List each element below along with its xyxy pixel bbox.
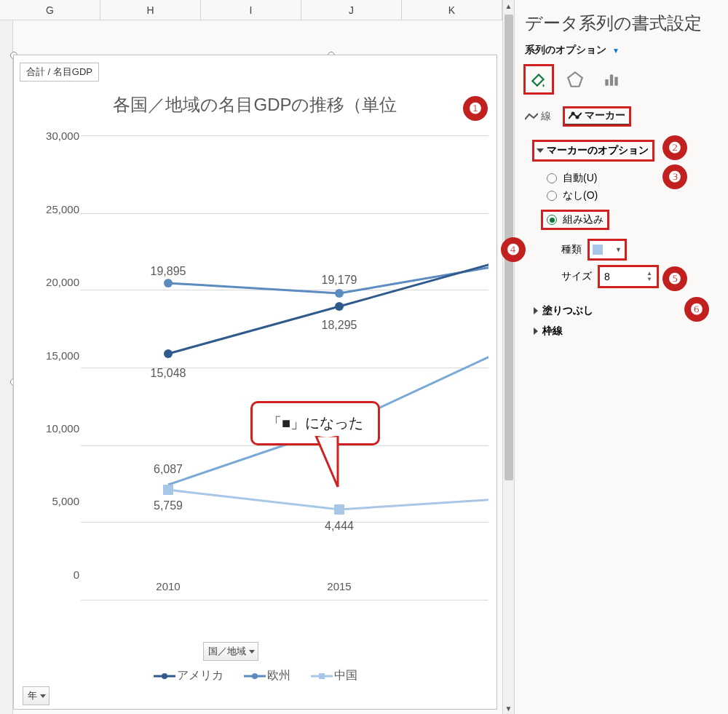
caret-down-icon: [537, 148, 544, 153]
marker-us-2010: [164, 349, 173, 358]
year-filter-button[interactable]: 年: [23, 686, 50, 705]
vertical-scrollbar[interactable]: ▲ ▼: [502, 0, 514, 714]
tab-marker-label: マーカー: [585, 109, 625, 122]
x-tick-label: 2010: [156, 580, 180, 592]
annotation-badge-5: ❺: [662, 266, 687, 291]
annotation-badge-6: ❻: [684, 297, 709, 322]
marker-size-label: サイズ: [561, 270, 592, 283]
chevron-down-icon: ▼: [612, 47, 620, 55]
data-label: 18,295: [322, 319, 357, 332]
data-label: 19,895: [151, 265, 186, 278]
effects-icon[interactable]: [561, 66, 589, 93]
marker-us-2015: [335, 302, 344, 311]
y-tick-label: 25,000: [23, 202, 79, 215]
chevron-down-icon: ▼: [615, 246, 622, 253]
section-marker-options-label: マーカーのオプション: [547, 144, 649, 157]
y-axis: 0 5,000 10,000 15,000 20,000 25,000 30,0…: [23, 135, 81, 574]
marker-size-input[interactable]: 8 ▲▼: [599, 266, 657, 287]
scroll-down-arrow[interactable]: ▼: [503, 702, 514, 714]
data-label: 4,444: [325, 520, 354, 533]
legend-filter-button[interactable]: 国／地域: [203, 642, 258, 661]
y-tick-label: 0: [23, 568, 79, 581]
svg-rect-5: [319, 673, 325, 679]
series-options-icon[interactable]: [598, 66, 625, 93]
section-marker-options[interactable]: マーカーのオプション: [534, 141, 653, 160]
col-header[interactable]: G: [0, 0, 100, 20]
tab-line-label: 線: [541, 110, 551, 123]
panel-subtitle-text: 系列のオプション: [525, 44, 606, 55]
y-tick-label: 30,000: [23, 130, 79, 142]
chart-legend[interactable]: アメリカ 欧州 中国: [14, 668, 496, 683]
radio-builtin[interactable]: 組み込み: [542, 211, 608, 229]
col-header[interactable]: I: [201, 0, 301, 20]
spreadsheet-area: G H I J K 合計 / 名目GDP 各国／地域の名目GDPの推移（単位 0…: [0, 0, 502, 714]
annotation-badge-3: ❸: [662, 164, 687, 189]
annotation-badge-1: ❶: [463, 96, 488, 121]
tab-marker[interactable]: マーカー: [564, 108, 630, 125]
data-label: 6,087: [154, 463, 183, 476]
legend-label: アメリカ: [177, 668, 223, 683]
scroll-up-arrow[interactable]: ▲: [503, 0, 514, 12]
panel-title: データ系列の書式設定: [525, 12, 718, 35]
axis-title-label: 合計 / 名目GDP: [20, 63, 99, 82]
plot-area[interactable]: 0 5,000 10,000 15,000 20,000 25,000 30,0…: [23, 135, 488, 600]
radio-auto[interactable]: 自動(U): [547, 172, 718, 185]
legend-label: 欧州: [267, 668, 290, 683]
chart[interactable]: 合計 / 名目GDP 各国／地域の名目GDPの推移（単位 0 5,000 10,…: [13, 55, 497, 710]
panel-subtitle[interactable]: 系列のオプション ▼: [525, 44, 718, 57]
fill-line-icon[interactable]: [525, 66, 553, 93]
marker-eu-2010: [164, 279, 173, 287]
radio-icon: [547, 191, 557, 201]
col-header[interactable]: J: [301, 0, 402, 20]
marker-china-2010: [163, 485, 173, 495]
radio-none-label: なし(O): [563, 189, 598, 202]
svg-point-1: [162, 673, 167, 679]
y-tick-label: 10,000: [23, 422, 79, 435]
radio-none[interactable]: なし(O): [547, 189, 718, 202]
marker-size-value: 8: [604, 271, 610, 282]
grid-line: [81, 600, 488, 600]
col-header[interactable]: K: [402, 0, 502, 20]
square-marker-icon: [593, 245, 603, 255]
line-marker-tabs: 線 マーカー: [525, 108, 718, 125]
legend-item[interactable]: アメリカ: [154, 668, 223, 683]
svg-rect-10: [610, 75, 613, 86]
y-tick-label: 15,000: [23, 349, 79, 361]
legend-item[interactable]: 中国: [311, 668, 357, 683]
legend-item[interactable]: 欧州: [244, 668, 290, 683]
row-header-strip: [0, 20, 13, 714]
radio-auto-label: 自動(U): [563, 172, 597, 185]
annotation-badge-2: ❷: [662, 135, 687, 160]
size-spinner[interactable]: ▲▼: [646, 271, 652, 282]
tab-line[interactable]: 線: [525, 110, 551, 123]
radio-icon: [547, 173, 557, 183]
radio-icon-selected: [547, 215, 557, 225]
section-border-label: 枠線: [542, 325, 563, 338]
svg-point-12: [571, 112, 575, 116]
chart-svg: [81, 135, 488, 574]
radio-builtin-label: 組み込み: [563, 213, 604, 226]
marker-size-row: サイズ 8 ▲▼: [561, 266, 718, 287]
section-fill-label: 塗りつぶし: [542, 304, 593, 317]
legend-label: 中国: [334, 668, 357, 683]
y-tick-label: 20,000: [23, 275, 79, 287]
section-border[interactable]: 枠線: [534, 325, 718, 338]
marker-type-select[interactable]: ▼: [589, 240, 625, 259]
marker-type-label: 種類: [561, 243, 582, 256]
annotation-badge-4: ❹: [501, 237, 526, 262]
column-headers: G H I J K: [0, 0, 502, 20]
svg-marker-8: [568, 72, 582, 87]
data-label: 5,759: [154, 499, 183, 512]
x-tick-label: 2015: [327, 580, 351, 592]
svg-marker-6: [316, 436, 338, 487]
format-pane: データ系列の書式設定 系列のオプション ▼ 線 マーカー マーカーのオプション …: [514, 0, 728, 714]
marker-type-row: 種類 ▼: [561, 240, 718, 259]
data-label: 19,179: [322, 274, 357, 287]
data-label: 15,048: [151, 367, 186, 380]
col-header[interactable]: H: [100, 0, 201, 20]
svg-rect-11: [614, 77, 617, 86]
marker-eu-2015: [335, 289, 344, 298]
caret-right-icon: [534, 307, 538, 314]
panel-icon-row: [525, 66, 718, 93]
marker-china-2015: [334, 504, 344, 515]
